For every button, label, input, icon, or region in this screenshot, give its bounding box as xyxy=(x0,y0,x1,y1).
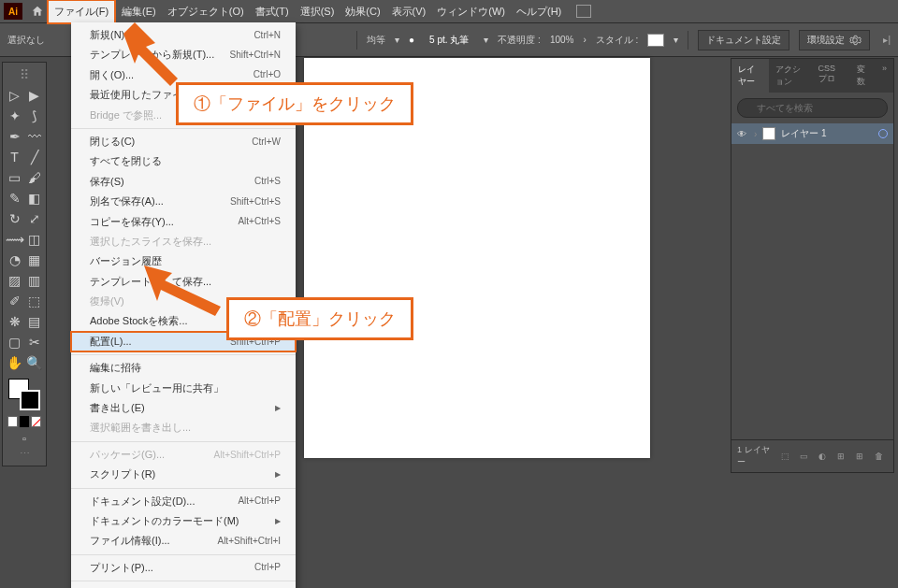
layer-name[interactable]: レイヤー 1 xyxy=(781,127,873,140)
menu-item-label: ドキュメント設定(D)... xyxy=(90,495,195,509)
app-logo-icon: Ai xyxy=(4,3,22,20)
tab-vars[interactable]: 変数 xyxy=(850,59,876,93)
slice-tool[interactable]: ✂ xyxy=(24,332,44,352)
wand-tool[interactable]: ✦ xyxy=(5,106,24,126)
layers-footer: 1 レイヤー ⬚ ▭ ◐ ⊞ ⊞ 🗑 xyxy=(731,439,893,472)
file-menu-item-19[interactable]: 新しい「レビュー用に共有」 xyxy=(71,379,296,398)
tab-actions[interactable]: アクション xyxy=(769,59,812,93)
doc-setup-button[interactable]: ドキュメント設定 xyxy=(698,30,789,50)
eyedropper-tool[interactable]: ✐ xyxy=(5,291,24,311)
menu-file[interactable]: ファイル(F) xyxy=(47,0,116,24)
annotation-callout-2: ②「配置」クリック xyxy=(226,297,413,340)
menu-item-label: 編集に招待 xyxy=(90,361,141,375)
tools-drag-icon[interactable]: ⠿ xyxy=(5,65,44,85)
menu-item-shortcut: Alt+Shift+Ctrl+I xyxy=(217,535,281,548)
fill-stroke-icon[interactable] xyxy=(5,379,44,412)
file-menu-item-20[interactable]: 書き出し(E) xyxy=(71,398,296,418)
perspective-tool[interactable]: ▦ xyxy=(24,250,44,270)
symbol-tool[interactable]: ❋ xyxy=(5,311,24,332)
layer-target-icon[interactable] xyxy=(878,129,888,138)
scale-tool[interactable]: ⤢ xyxy=(24,208,44,229)
trash-icon[interactable]: 🗑 xyxy=(875,452,888,461)
mask-icon[interactable]: ◐ xyxy=(818,452,832,461)
file-menu-item-6[interactable]: 閉じる(C)Ctrl+W xyxy=(71,132,296,151)
artboard-tool[interactable]: ▢ xyxy=(5,332,24,352)
file-menu-item-7[interactable]: すべてを閉じる xyxy=(71,151,296,171)
screen-mode-icon[interactable]: ▫ xyxy=(5,433,44,444)
menu-item-label: 閉じる(C) xyxy=(90,135,135,149)
curvature-tool[interactable]: 〰 xyxy=(24,126,44,147)
cloud-doc-icon[interactable] xyxy=(576,5,591,18)
uniform-label[interactable]: 均等 xyxy=(367,34,385,47)
menu-effect[interactable]: 効果(C) xyxy=(340,1,385,22)
file-menu-item-10[interactable]: コピーを保存(Y)...Alt+Ctrl+S xyxy=(71,212,296,232)
pen-tool[interactable]: ✒ xyxy=(5,126,24,147)
type-tool[interactable]: T xyxy=(5,147,24,167)
rect-tool[interactable]: ▭ xyxy=(5,167,24,188)
menu-item-label: ファイル情報(I)... xyxy=(90,534,170,548)
visibility-icon[interactable]: 👁 xyxy=(737,129,748,139)
prefs-button[interactable]: 環境設定 xyxy=(799,30,870,50)
edit-tools-icon[interactable]: ⋯ xyxy=(5,444,44,464)
collect-icon[interactable]: ▭ xyxy=(800,452,813,461)
menu-item-label: 保存(S) xyxy=(90,175,124,189)
menu-type[interactable]: 書式(T) xyxy=(250,1,295,22)
file-menu-item-26[interactable]: ドキュメント設定(D)...Alt+Ctrl+P xyxy=(71,492,296,511)
line-tool[interactable]: ╱ xyxy=(24,147,44,167)
file-menu-item-28[interactable]: ファイル情報(I)...Alt+Shift+Ctrl+I xyxy=(71,531,296,551)
menu-select[interactable]: 選択(S) xyxy=(295,1,340,22)
mesh-tool[interactable]: ▨ xyxy=(5,270,24,291)
graph-tool[interactable]: ▤ xyxy=(24,311,44,332)
color-swatch-icon[interactable] xyxy=(7,416,18,427)
menu-item-label: 選択したスライスを保存... xyxy=(90,235,211,249)
file-menu-item-18[interactable]: 編集に招待 xyxy=(71,358,296,378)
lasso-tool[interactable]: ⟆ xyxy=(24,106,44,126)
menu-item-shortcut: Ctrl+W xyxy=(252,136,281,149)
style-label: スタイル : xyxy=(596,34,639,47)
new-layer-icon[interactable]: ⊞ xyxy=(856,452,869,461)
hand-tool[interactable]: ✋ xyxy=(5,352,24,373)
layer-search xyxy=(737,98,888,118)
file-menu-item-32[interactable]: 終了(X)Ctrl+Q xyxy=(71,584,296,588)
gradient-tool[interactable]: ▥ xyxy=(24,270,44,291)
file-menu-item-27[interactable]: ドキュメントのカラーモード(M) xyxy=(71,511,296,531)
rotate-tool[interactable]: ↻ xyxy=(5,208,24,229)
direct-selection-tool[interactable]: ▶ xyxy=(24,85,44,106)
menu-help[interactable]: ヘルプ(H) xyxy=(511,1,567,22)
file-menu-item-8[interactable]: 保存(S)Ctrl+S xyxy=(71,172,296,192)
menu-window[interactable]: ウィンドウ(W) xyxy=(431,1,511,22)
panel-chevron-icon[interactable]: » xyxy=(876,59,893,93)
zoom-tool[interactable]: 🔍 xyxy=(24,352,44,373)
layer-search-input[interactable] xyxy=(737,98,888,118)
gradient-swatch-icon[interactable] xyxy=(20,416,30,427)
file-menu-item-24[interactable]: スクリプト(R) xyxy=(71,465,296,484)
menu-view[interactable]: 表示(V) xyxy=(386,1,432,22)
width-tool[interactable]: ⟿ xyxy=(5,229,24,250)
menu-item-label: スクリプト(R) xyxy=(90,467,155,481)
file-menu-item-30[interactable]: プリント(P)...Ctrl+P xyxy=(71,558,296,578)
panel-toggle-icon[interactable]: ▸| xyxy=(879,35,891,45)
opacity-value[interactable]: 100% xyxy=(550,35,574,45)
none-swatch-icon[interactable] xyxy=(31,416,41,427)
selection-tool[interactable]: ▷ xyxy=(5,85,24,106)
freetransform-tool[interactable]: ◫ xyxy=(24,229,44,250)
blend-tool[interactable]: ⬚ xyxy=(24,291,44,311)
shaper-tool[interactable]: ✎ xyxy=(5,188,24,208)
brush-tool[interactable]: 🖌 xyxy=(24,167,44,188)
file-menu-item-23: パッケージ(G)...Alt+Shift+Ctrl+P xyxy=(71,445,296,465)
shapebuilder-tool[interactable]: ◔ xyxy=(5,250,24,270)
tab-layers[interactable]: レイヤー xyxy=(731,59,769,93)
eraser-tool[interactable]: ◧ xyxy=(24,188,44,208)
locate-icon[interactable]: ⬚ xyxy=(781,452,794,461)
tab-css[interactable]: CSS プロ xyxy=(812,59,851,93)
menu-item-shortcut: Alt+Ctrl+S xyxy=(238,215,281,228)
menu-item-label: パッケージ(G)... xyxy=(90,448,165,462)
file-menu-item-9[interactable]: 別名で保存(A)...Shift+Ctrl+S xyxy=(71,192,296,211)
layer-row[interactable]: 👁 › レイヤー 1 xyxy=(731,123,893,144)
stroke-val[interactable]: 5 pt. 丸筆 xyxy=(424,32,474,49)
menu-item-shortcut: Ctrl+O xyxy=(253,68,281,81)
menu-item-label: 書き出し(E) xyxy=(90,401,145,415)
home-icon[interactable] xyxy=(28,5,47,18)
sublayer-icon[interactable]: ⊞ xyxy=(837,452,850,461)
style-swatch[interactable] xyxy=(647,34,664,47)
